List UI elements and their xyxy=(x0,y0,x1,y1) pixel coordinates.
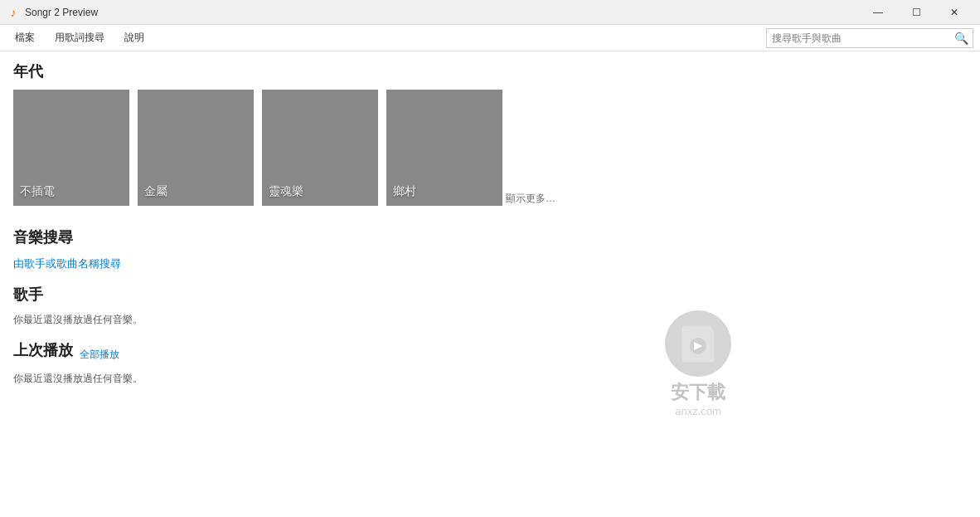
title-bar-left: ♪ Songr 2 Preview xyxy=(7,6,98,19)
genre-card-1[interactable]: 金屬 xyxy=(138,90,254,206)
era-section-title: 年代 xyxy=(13,61,967,81)
minimize-button[interactable]: — xyxy=(859,0,897,25)
menu-item-file[interactable]: 檔案 xyxy=(7,27,43,48)
app-icon: ♪ xyxy=(7,6,20,19)
last-played-title: 上次播放 xyxy=(13,340,73,360)
search-box: 🔍 xyxy=(766,28,973,48)
artist-section: 歌手 你最近還沒播放過任何音樂。 xyxy=(13,285,967,327)
genre-grid: 不插電 金屬 靈魂樂 鄉村 xyxy=(13,90,502,206)
menu-item-help[interactable]: 說明 xyxy=(116,27,153,48)
close-button[interactable]: ✕ xyxy=(935,0,973,25)
artist-empty-text: 你最近還沒播放過任何音樂。 xyxy=(13,313,967,327)
main-content: 年代 不插電 金屬 靈魂樂 鄉村 顯示更多… 音樂搜尋 由歌手或歌曲名稱搜尋 歌… xyxy=(0,51,980,517)
search-input[interactable] xyxy=(767,29,949,47)
genre-card-0[interactable]: 不插電 xyxy=(13,90,129,206)
artist-section-title: 歌手 xyxy=(13,285,967,305)
genre-label-1: 金屬 xyxy=(144,184,167,199)
menu-bar: 檔案 用歌詞搜尋 說明 🔍 xyxy=(0,25,980,51)
title-bar: ♪ Songr 2 Preview — ☐ ✕ xyxy=(0,0,980,25)
menu-item-lyrics-search[interactable]: 用歌詞搜尋 xyxy=(46,27,113,48)
genre-card-2[interactable]: 靈魂樂 xyxy=(262,90,378,206)
maximize-button[interactable]: ☐ xyxy=(897,0,935,25)
play-all-link[interactable]: 全部播放 xyxy=(80,348,119,362)
app-title: Songr 2 Preview xyxy=(25,7,98,18)
genre-label-0: 不插電 xyxy=(20,184,55,199)
last-played-header: 上次播放 全部播放 xyxy=(13,340,967,368)
genre-card-3[interactable]: 鄉村 xyxy=(386,90,502,206)
search-area: 🔍 xyxy=(766,28,973,48)
last-played-empty-text: 你最近還沒播放過任何音樂。 xyxy=(13,372,967,386)
search-button[interactable]: 🔍 xyxy=(949,29,973,47)
last-played-section: 上次播放 全部播放 你最近還沒播放過任何音樂。 xyxy=(13,340,967,386)
genre-label-3: 鄉村 xyxy=(393,184,416,199)
music-search-section: 音樂搜尋 由歌手或歌曲名稱搜尋 xyxy=(13,227,967,271)
show-more-link[interactable]: 顯示更多… xyxy=(506,192,555,212)
title-bar-controls: — ☐ ✕ xyxy=(859,0,973,25)
music-search-title: 音樂搜尋 xyxy=(13,227,967,247)
genre-label-2: 靈魂樂 xyxy=(269,184,303,199)
genre-row: 不插電 金屬 靈魂樂 鄉村 顯示更多… xyxy=(13,90,967,212)
music-search-link[interactable]: 由歌手或歌曲名稱搜尋 xyxy=(13,257,121,270)
